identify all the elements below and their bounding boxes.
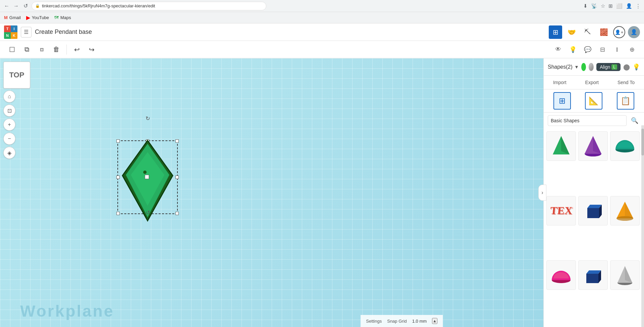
purple-cone-shape xyxy=(583,134,603,158)
rotate-handle-bottom[interactable]: ↺ xyxy=(146,209,150,216)
redo-button[interactable]: ↪ xyxy=(85,43,98,56)
camera-button[interactable]: 👁 xyxy=(551,43,565,56)
svg-marker-9 xyxy=(593,136,601,154)
zoom-out-button[interactable]: − xyxy=(3,133,15,145)
split-icon[interactable]: ⬜ xyxy=(616,3,623,9)
shape-item-green-pyramid[interactable] xyxy=(546,131,576,161)
shape-item-gray-cone[interactable] xyxy=(610,260,640,290)
group-button[interactable]: ⊕ xyxy=(625,43,639,56)
shape-dropdown-button[interactable]: ▾ xyxy=(575,63,579,71)
logo-t: T xyxy=(4,25,11,32)
shape-item-purple-cone[interactable] xyxy=(578,131,608,161)
learn-button[interactable]: ⛏ xyxy=(581,25,594,39)
zoom-in-icon: + xyxy=(8,122,11,128)
light-icon: 💡 xyxy=(569,46,577,53)
align-button[interactable]: ⊟ xyxy=(596,43,609,56)
grid-shapes-button[interactable]: ⊞ xyxy=(553,92,571,110)
new-shape-button[interactable]: ☐ xyxy=(5,43,19,56)
avatar-icon: 👤 xyxy=(631,29,637,35)
svg-marker-25 xyxy=(625,266,632,283)
fit-icon: ⊡ xyxy=(7,108,12,114)
shape-item-text3d[interactable]: TEXT TEXT xyxy=(546,196,576,225)
cast-icon[interactable]: 📡 xyxy=(591,3,597,9)
notes-button[interactable]: 📋 xyxy=(617,92,634,110)
menu-icon[interactable]: ⋮ xyxy=(636,3,641,9)
shape-panel-icons: ⊞ 📐 📋 xyxy=(544,89,644,113)
shape-item-blue-cube[interactable] xyxy=(578,196,608,225)
collapse-panel-button[interactable]: › xyxy=(538,185,546,201)
align-tooltip[interactable]: Align L xyxy=(596,63,621,71)
snap-grid-label: Snap Grid xyxy=(387,319,407,324)
back-button[interactable]: ← xyxy=(3,3,10,9)
fit-view-button[interactable]: ⊡ xyxy=(3,105,15,117)
undo-button[interactable]: ↩ xyxy=(70,43,84,56)
add-user-button[interactable]: 👤+ xyxy=(613,26,625,38)
hole-color-button[interactable] xyxy=(589,63,594,71)
shape-item-dark-blue-box[interactable] xyxy=(578,260,608,290)
home-view-button[interactable]: ⌂ xyxy=(3,90,15,103)
ruler-button[interactable]: 📐 xyxy=(585,92,602,110)
chat-button[interactable]: 💬 xyxy=(581,43,594,56)
export-button[interactable]: Export xyxy=(583,78,601,86)
light-material-icon[interactable]: 💡 xyxy=(633,63,640,71)
light-toggle-button[interactable]: 💡 xyxy=(566,43,580,56)
group-icon: ⊕ xyxy=(630,46,635,53)
tab-icon[interactable]: ⊞ xyxy=(608,3,613,9)
snap-grid-up-button[interactable]: ▲ xyxy=(432,318,437,324)
browser-actions: ⬇ 📡 ☆ ⊞ ⬜ 👤 ⋮ xyxy=(583,3,641,9)
svg-point-18 xyxy=(616,216,633,221)
sendto-button[interactable]: Send To xyxy=(615,78,637,86)
align-shortcut-badge: L xyxy=(611,64,617,70)
maps-icon: 🗺 xyxy=(54,15,59,20)
canvas-area[interactable]: TOP ⌂ ⊡ + − ◈ ↻ xyxy=(0,58,543,327)
profile-icon[interactable]: 👤 xyxy=(626,3,632,9)
green-pyramid-shape xyxy=(551,134,571,158)
svg-marker-17 xyxy=(625,202,633,218)
grid-view-button[interactable]: ⊞ xyxy=(549,25,562,39)
address-bar[interactable]: 🔒 tinkercad.com/things/5kRjruN4m7g-spect… xyxy=(32,2,266,10)
perspective-icon: ◈ xyxy=(7,150,11,156)
gallery-button[interactable]: 🧱 xyxy=(597,25,610,39)
search-icon: 🔍 xyxy=(631,117,638,124)
main-toolbar: ☐ ⧉ ⧈ 🗑 ↩ ↪ 👁 💡 💬 ⊟ ⫿ ⊕ xyxy=(0,41,644,58)
right-panel: › Shapes(2) ▾ Align L ⬤ 💡 Import Export xyxy=(543,58,644,327)
reload-button[interactable]: ↺ xyxy=(22,3,29,9)
zoom-in-button[interactable]: + xyxy=(3,119,15,131)
mirror-icon: ⫿ xyxy=(616,46,619,53)
shape-item-teal-half-sphere[interactable] xyxy=(610,131,640,161)
settings-link[interactable]: Settings xyxy=(366,319,382,324)
community-button[interactable]: 🤝 xyxy=(565,25,578,39)
text3d-shape: TEXT TEXT xyxy=(549,201,573,221)
tinkercad-logo[interactable]: T I N K xyxy=(4,25,17,39)
maps-bookmark[interactable]: 🗺 Maps xyxy=(54,15,71,20)
svg-rect-13 xyxy=(587,208,599,218)
bookmark-icon[interactable]: ☆ xyxy=(601,3,605,9)
shape-item-yellow-pyramid[interactable] xyxy=(610,196,640,225)
search-button[interactable]: 🔍 xyxy=(629,115,640,126)
gmail-bookmark[interactable]: M Gmail xyxy=(4,15,21,20)
category-select[interactable]: Basic Shapes xyxy=(548,115,627,126)
maps-label: Maps xyxy=(60,15,71,20)
duplicate-button[interactable]: ⧈ xyxy=(35,43,48,56)
shapes-scrollbar[interactable] xyxy=(641,125,644,327)
user-avatar[interactable]: 👤 xyxy=(628,26,640,38)
shape-item-pink-dome[interactable] xyxy=(546,260,576,290)
rotate-handle-top[interactable]: ↻ xyxy=(146,115,150,122)
forward-button[interactable]: → xyxy=(13,3,19,9)
scrollbar-thumb[interactable] xyxy=(641,129,644,155)
perspective-button[interactable]: ◈ xyxy=(3,147,15,159)
solid-color-button[interactable] xyxy=(581,63,586,71)
bookmarks-bar: M Gmail ▶ YouTube 🗺 Maps xyxy=(0,12,644,23)
selected-shape-container[interactable]: ↻ xyxy=(121,125,174,209)
mirror-button[interactable]: ⫿ xyxy=(610,43,624,56)
download-icon[interactable]: ⬇ xyxy=(583,3,588,9)
import-button[interactable]: Import xyxy=(550,78,569,86)
copy-button[interactable]: ⧉ xyxy=(20,43,34,56)
logo-i: I xyxy=(11,25,17,32)
delete-button[interactable]: 🗑 xyxy=(50,43,63,56)
shapes-grid: TEXT TEXT xyxy=(544,129,644,327)
hamburger-menu-button[interactable]: ☰ xyxy=(21,27,32,38)
youtube-bookmark[interactable]: ▶ YouTube xyxy=(26,14,49,21)
solid-material-icon[interactable]: ⬤ xyxy=(623,63,630,71)
top-view-box[interactable]: TOP xyxy=(3,62,30,88)
